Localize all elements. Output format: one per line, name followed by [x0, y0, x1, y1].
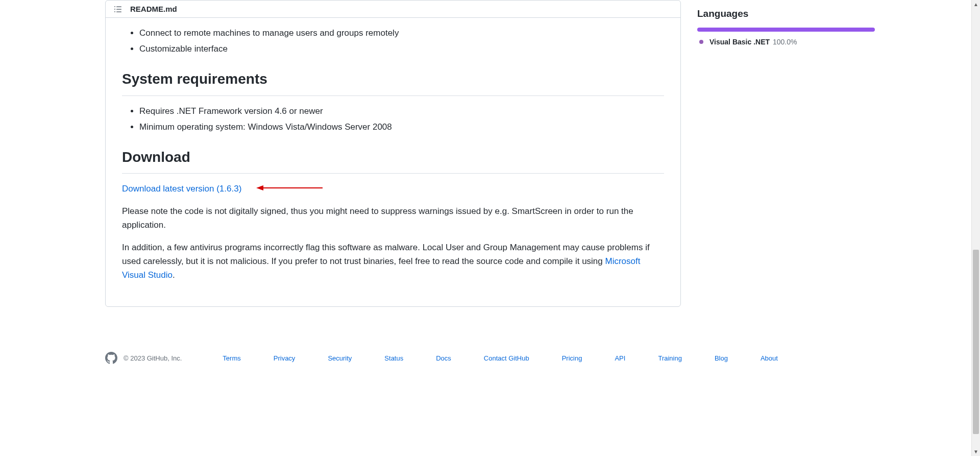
language-percent: 100.0% [773, 38, 797, 46]
language-item[interactable]: Visual Basic .NET 100.0% [697, 38, 875, 46]
github-logo-icon[interactable] [105, 352, 117, 364]
scrollbar-track[interactable] [972, 9, 980, 376]
footer-link-privacy[interactable]: Privacy [274, 354, 296, 362]
language-dot-icon [699, 40, 703, 44]
footer: © 2023 GitHub, Inc. Terms Privacy Securi… [97, 340, 883, 376]
footer-link-about[interactable]: About [761, 354, 778, 362]
footer-link-api[interactable]: API [615, 354, 625, 362]
languages-heading: Languages [697, 8, 875, 19]
download-link[interactable]: Download latest version (1.6.3) [122, 184, 241, 194]
notice-paragraph: In addition, a few antivirus programs in… [122, 241, 664, 282]
language-name: Visual Basic .NET [709, 38, 770, 46]
scrollbar-thumb[interactable] [973, 250, 979, 376]
sysreq-heading: System requirements [122, 68, 664, 95]
scroll-up-icon[interactable]: ▲ [972, 0, 980, 9]
sidebar: Languages Visual Basic .NET 100.0% [681, 0, 875, 319]
list-icon[interactable] [114, 5, 122, 13]
footer-link-contact[interactable]: Contact GitHub [484, 354, 529, 362]
footer-link-pricing[interactable]: Pricing [562, 354, 582, 362]
footer-link-security[interactable]: Security [328, 354, 352, 362]
notice-paragraph: Please note the code is not digitally si… [122, 204, 664, 232]
footer-link-docs[interactable]: Docs [436, 354, 451, 362]
readme-header: README.md [106, 1, 680, 18]
sysreq-list: Requires .NET Framework version 4.6 or n… [122, 104, 664, 134]
svg-marker-1 [256, 185, 263, 190]
footer-links: Terms Privacy Security Status Docs Conta… [223, 354, 778, 362]
download-paragraph: Download latest version (1.6.3) [122, 182, 664, 196]
language-bar [697, 28, 875, 32]
scrollbar[interactable]: ▲ ▼ [971, 0, 980, 376]
footer-link-terms[interactable]: Terms [223, 354, 240, 362]
readme-body: Connect to remote machines to manage use… [106, 18, 680, 306]
list-item: Customizable interface [139, 42, 664, 56]
copyright: © 2023 GitHub, Inc. [124, 354, 182, 362]
readme-container: README.md Connect to remote machines to … [105, 0, 681, 307]
footer-link-blog[interactable]: Blog [715, 354, 728, 362]
readme-filename: README.md [130, 5, 177, 13]
list-item: Requires .NET Framework version 4.6 or n… [139, 104, 664, 118]
footer-left: © 2023 GitHub, Inc. [105, 352, 182, 364]
footer-link-training[interactable]: Training [658, 354, 681, 362]
language-list: Visual Basic .NET 100.0% [697, 38, 875, 46]
list-item: Connect to remote machines to manage use… [139, 26, 664, 40]
arrow-annotation [256, 182, 323, 196]
footer-link-status[interactable]: Status [384, 354, 403, 362]
feature-list: Connect to remote machines to manage use… [122, 26, 664, 56]
download-heading: Download [122, 146, 664, 174]
list-item: Minimum operating system: Windows Vista/… [139, 120, 664, 134]
